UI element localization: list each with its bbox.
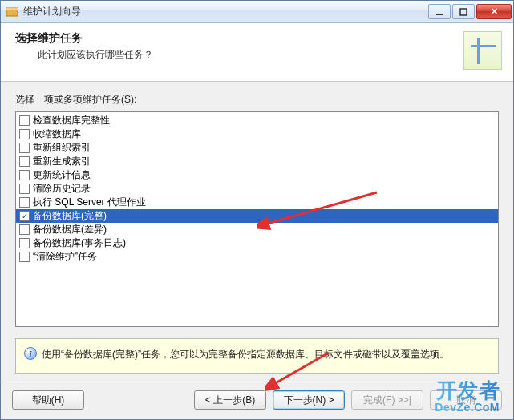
task-label: 执行 SQL Server 代理作业 <box>33 196 146 209</box>
task-label: “清除维护”任务 <box>33 250 97 264</box>
finish-button: 完成(F) >>| <box>351 390 423 410</box>
task-row[interactable]: 执行 SQL Server 代理作业 <box>16 196 498 209</box>
task-label: 备份数据库(差异) <box>33 223 107 236</box>
task-row[interactable]: 收缩数据库 <box>16 127 498 141</box>
description-text: 使用“备份数据库(完整)”任务，您可以为完整备份指定源数据库、目标文件或磁带以及… <box>42 347 449 361</box>
task-label: 备份数据库(完整) <box>33 209 107 223</box>
task-label: 重新生成索引 <box>33 155 91 168</box>
window-title: 维护计划向导 <box>23 5 428 18</box>
help-button[interactable]: 帮助(H) <box>12 390 84 410</box>
task-checkbox[interactable] <box>19 252 30 262</box>
task-label: 更新统计信息 <box>33 168 91 182</box>
app-icon <box>6 6 18 18</box>
task-row[interactable]: ✓备份数据库(完整) <box>16 209 498 223</box>
info-icon: i <box>24 347 37 360</box>
task-label: 检查数据库完整性 <box>33 114 110 127</box>
task-row[interactable]: “清除维护”任务 <box>16 250 498 264</box>
task-checkbox[interactable] <box>19 197 30 208</box>
task-label: 清除历史记录 <box>33 182 91 196</box>
task-checkbox[interactable] <box>19 184 30 194</box>
task-row[interactable]: 检查数据库完整性 <box>16 114 498 127</box>
titlebar[interactable]: 维护计划向导 ✕ <box>1 1 513 23</box>
task-list[interactable]: 检查数据库完整性收缩数据库重新组织索引重新生成索引更新统计信息清除历史记录执行 … <box>15 111 499 327</box>
task-checkbox[interactable] <box>19 170 30 180</box>
task-checkbox[interactable] <box>19 224 30 235</box>
task-checkbox[interactable] <box>19 156 30 167</box>
svg-rect-3 <box>460 9 467 15</box>
task-checkbox[interactable] <box>19 115 30 126</box>
cancel-button: 取消 <box>430 390 502 410</box>
window-controls: ✕ <box>428 4 512 19</box>
maximize-button[interactable] <box>452 4 475 19</box>
back-button[interactable]: < 上一步(B) <box>194 390 266 410</box>
next-button[interactable]: 下一步(N) > <box>273 390 345 410</box>
wizard-header: 选择维护任务 此计划应该执行哪些任务？ <box>1 23 513 82</box>
page-title: 选择维护任务 <box>15 31 455 46</box>
task-row[interactable]: 清除历史记录 <box>16 182 498 196</box>
task-row[interactable]: 更新统计信息 <box>16 168 498 182</box>
svg-rect-2 <box>436 14 443 15</box>
minimize-button[interactable] <box>428 4 451 19</box>
task-row[interactable]: 重新生成索引 <box>16 155 498 168</box>
wizard-window: 维护计划向导 ✕ 选择维护任务 此计划应该执行哪些任务？ 选择一项或多项维护任务… <box>0 0 514 420</box>
task-label: 备份数据库(事务日志) <box>33 236 126 250</box>
task-checkbox[interactable] <box>19 238 30 248</box>
task-row[interactable]: 重新组织索引 <box>16 141 498 155</box>
task-prompt: 选择一项或多项维护任务(S): <box>15 93 499 107</box>
flowchart-icon <box>463 31 502 70</box>
description-box: i 使用“备份数据库(完整)”任务，您可以为完整备份指定源数据库、目标文件或磁带… <box>15 338 499 374</box>
svg-rect-1 <box>6 8 18 10</box>
task-label: 重新组织索引 <box>33 141 91 155</box>
wizard-body: 选择一项或多项维护任务(S): 检查数据库完整性收缩数据库重新组织索引重新生成索… <box>1 82 513 382</box>
task-checkbox[interactable] <box>19 143 30 153</box>
task-checkbox[interactable] <box>19 129 30 139</box>
wizard-footer: 帮助(H) < 上一步(B) 下一步(N) > 完成(F) >>| 取消 <box>1 382 513 419</box>
page-subtitle: 此计划应该执行哪些任务？ <box>15 48 455 62</box>
task-checkbox[interactable]: ✓ <box>19 211 30 221</box>
close-button[interactable]: ✕ <box>476 4 512 19</box>
task-row[interactable]: 备份数据库(事务日志) <box>16 236 498 250</box>
task-label: 收缩数据库 <box>33 127 81 141</box>
task-row[interactable]: 备份数据库(差异) <box>16 223 498 236</box>
